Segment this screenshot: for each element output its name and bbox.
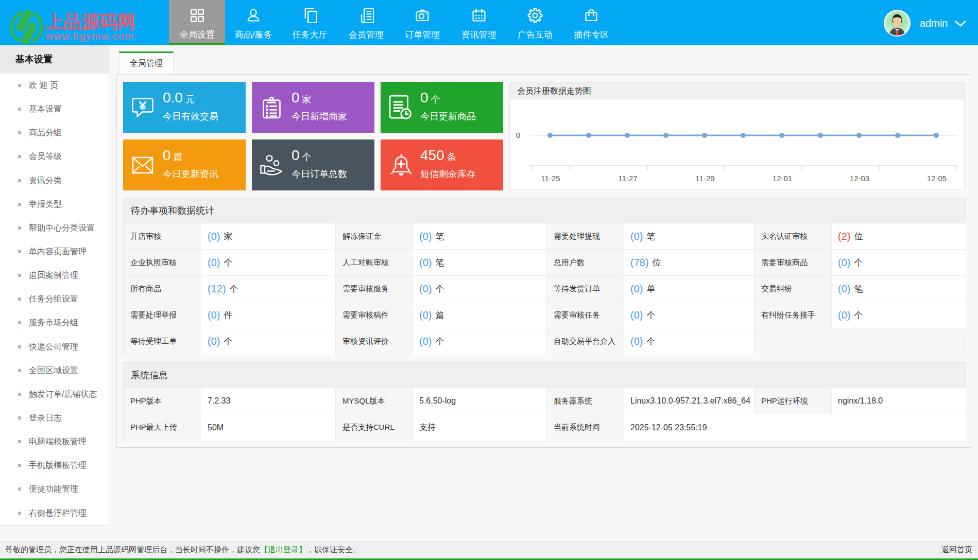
svg-text:11-27: 11-27 xyxy=(618,174,637,183)
svg-text:12-05: 12-05 xyxy=(927,174,947,183)
svg-text:0: 0 xyxy=(516,131,520,139)
svg-text:12-01: 12-01 xyxy=(773,174,792,183)
svg-text:12-03: 12-03 xyxy=(850,174,869,183)
svg-text:11-25: 11-25 xyxy=(541,174,560,183)
svg-text:11-29: 11-29 xyxy=(695,174,714,183)
